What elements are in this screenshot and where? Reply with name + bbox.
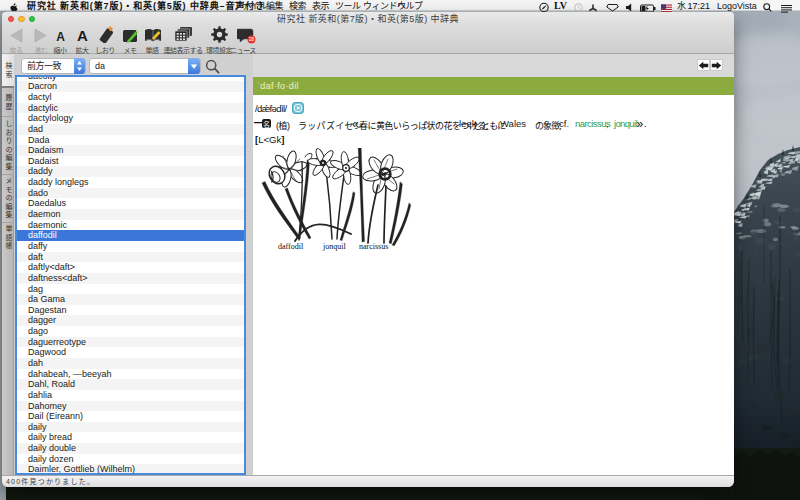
svg-text:jonquil: jonquil bbox=[322, 242, 346, 251]
svg-text:daffodil: daffodil bbox=[278, 242, 304, 251]
svg-text:narcissus: narcissus bbox=[359, 242, 388, 251]
svg-text:28: 28 bbox=[249, 37, 255, 42]
